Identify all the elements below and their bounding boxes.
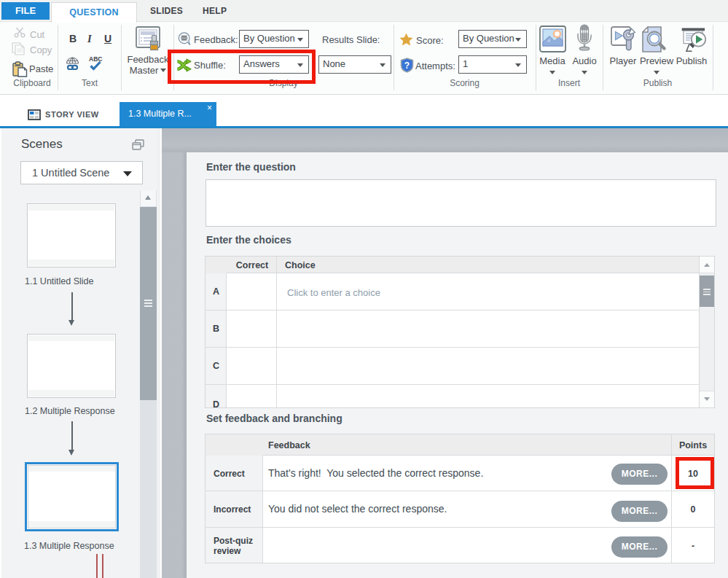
svg-text:ABC: ABC: [89, 55, 102, 63]
svg-text:?: ?: [404, 60, 410, 71]
